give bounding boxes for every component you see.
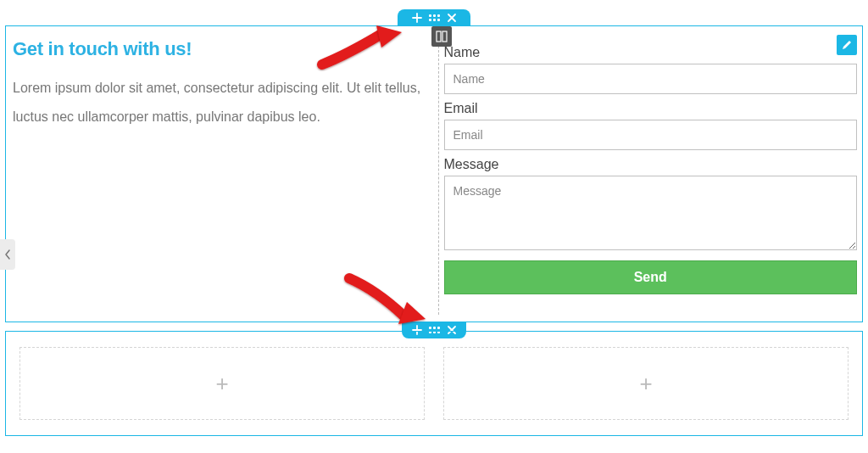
drag-handle-icon[interactable]: [429, 14, 440, 21]
message-field[interactable]: [444, 176, 858, 250]
name-label: Name: [444, 45, 858, 60]
plus-icon: +: [215, 371, 228, 397]
column-form[interactable]: Name Email Message Send: [439, 26, 863, 322]
add-widget-placeholder[interactable]: +: [443, 347, 849, 420]
name-field[interactable]: [444, 64, 858, 94]
send-button[interactable]: Send: [444, 260, 858, 294]
close-icon[interactable]: [447, 13, 457, 23]
plus-icon: +: [639, 371, 652, 397]
email-label: Email: [444, 101, 858, 116]
section-controls-top[interactable]: [398, 9, 470, 26]
sidebar-open-handle[interactable]: [0, 239, 15, 270]
paragraph: Lorem ipsum dolor sit amet, consectetur …: [13, 74, 426, 131]
add-widget-placeholder[interactable]: +: [19, 347, 425, 420]
section-empty[interactable]: + +: [5, 331, 863, 436]
message-label: Message: [444, 157, 858, 172]
email-field[interactable]: [444, 120, 858, 150]
column-text[interactable]: Get in touch with us! Lorem ipsum dolor …: [6, 26, 438, 322]
heading: Get in touch with us!: [13, 38, 426, 60]
plus-icon[interactable]: [412, 13, 422, 23]
section-contact[interactable]: Get in touch with us! Lorem ipsum dolor …: [5, 25, 863, 322]
